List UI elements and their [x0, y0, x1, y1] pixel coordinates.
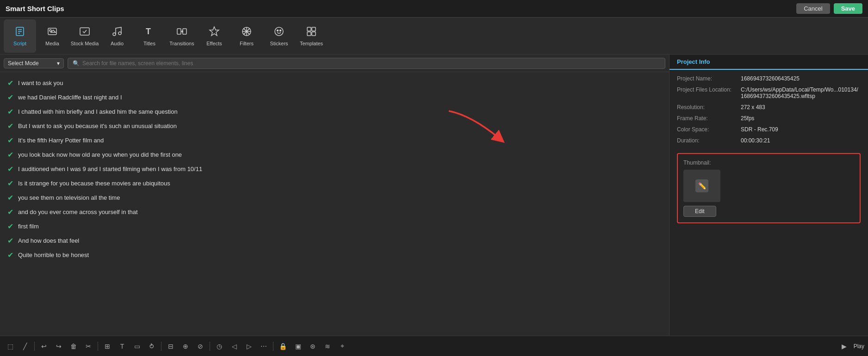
prev-btn[interactable]: ◁	[228, 341, 241, 352]
chevron-down-icon: ▾	[57, 60, 60, 67]
script-item-text: and do you ever come across yourself in …	[18, 209, 138, 215]
top-bar: Smart Short Clips Cancel Save	[0, 0, 868, 18]
search-bar: 🔍	[68, 58, 665, 69]
edit-thumbnail-button[interactable]: Edit	[683, 206, 716, 217]
script-item[interactable]: ✔ It's the fifth Harry Potter film and	[0, 133, 669, 147]
right-panel: Project Info Project Name: 1686943732606…	[669, 55, 868, 336]
effects-icon	[209, 26, 220, 39]
info-value-3: 25fps	[741, 115, 754, 122]
main-panel: Select Mode ▾ 🔍 ✔ I want to ask you ✔ we…	[0, 55, 669, 336]
script-item[interactable]: ✔ Is it strange for you because these mo…	[0, 176, 669, 190]
toolbar-label-transitions: Transitions	[169, 41, 194, 46]
toolbar-item-effects[interactable]: Effects	[198, 19, 230, 53]
cancel-button[interactable]: Cancel	[796, 3, 830, 14]
script-item[interactable]: ✔ we had Daniel Radcliffe last night and…	[0, 90, 669, 104]
svg-rect-10	[177, 29, 181, 34]
info-value-0: 16869437326064354​25	[741, 75, 800, 82]
script-item[interactable]: ✔ you see them on television all the tim…	[0, 190, 669, 205]
script-item[interactable]: ✔ I chatted with him briefly and I asked…	[0, 104, 669, 119]
project-info-row-0: Project Name: 16869437326064354​25	[677, 75, 861, 82]
audio-button[interactable]: ≋	[321, 341, 334, 352]
info-label-4: Color Space:	[677, 126, 737, 133]
rotate-button[interactable]: ⥁	[145, 341, 158, 352]
script-item[interactable]: ✔ And how does that feel	[0, 233, 669, 248]
toolbar-label-script: Script	[13, 41, 26, 46]
fit-button[interactable]: ⊘	[194, 341, 207, 352]
cut-button[interactable]: ✂	[82, 341, 95, 352]
bottom-btn-2[interactable]: ╱	[19, 341, 31, 352]
next-btn[interactable]: ▷	[242, 341, 255, 352]
zoom-out-button[interactable]: ⊟	[164, 341, 177, 352]
toolbar-item-audio[interactable]: Audio	[101, 19, 133, 53]
play-button[interactable]: ▶	[838, 341, 851, 352]
toolbar-item-stickers[interactable]: Stickers	[263, 19, 295, 53]
project-info-row-5: Duration: 00:00:30:21	[677, 137, 861, 144]
save-button[interactable]: Save	[834, 3, 862, 14]
titles-icon: T	[144, 26, 155, 39]
mode-select-dropdown[interactable]: Select Mode ▾	[4, 58, 64, 68]
search-input[interactable]	[82, 60, 660, 67]
script-item[interactable]: ✔ first film	[0, 219, 669, 233]
toolbar-item-titles[interactable]: T Titles	[133, 19, 166, 53]
bottom-btn-1[interactable]: ⬚	[4, 341, 17, 352]
toolbar-label-titles: Titles	[143, 41, 155, 46]
script-icon	[14, 26, 25, 39]
edit-pencil-icon: ✏️	[695, 179, 708, 192]
script-item[interactable]: ✔ I want to ask you	[0, 76, 669, 90]
play-area: ▶ Play	[838, 341, 864, 352]
check-icon: ✔	[7, 136, 13, 145]
svg-rect-20	[312, 32, 316, 36]
undo-button[interactable]: ↩	[37, 341, 50, 352]
script-item-text: But I want to ask you because it's such …	[18, 123, 177, 129]
timeline-btn[interactable]: ◷	[213, 341, 226, 352]
text-button[interactable]: T	[116, 341, 129, 352]
redo-button[interactable]: ↪	[52, 341, 65, 352]
script-item-text: first film	[18, 223, 39, 230]
app-title: Smart Short Clips	[6, 5, 64, 12]
project-info-row-1: Project Files Location: C:/Users/ws/AppD…	[677, 86, 861, 99]
toolbar-item-stock-media[interactable]: Stock Media	[68, 19, 101, 53]
toolbar-label-templates: Templates	[300, 41, 323, 46]
script-item-text: I want to ask you	[18, 80, 63, 86]
info-value-1: C:/Users/ws/AppData/Local/Temp/Wo...0101…	[741, 86, 861, 99]
script-item[interactable]: ✔ you look back now how old are you when…	[0, 147, 669, 162]
media-icon	[47, 26, 58, 39]
svg-rect-19	[307, 32, 311, 36]
svg-text:T: T	[146, 27, 151, 36]
grid-button[interactable]: ▣	[291, 341, 304, 352]
script-item[interactable]: ✔ But I want to ask you because it's suc…	[0, 119, 669, 133]
snap-button[interactable]: ⊛	[306, 341, 319, 352]
toolbar-item-templates[interactable]: Templates	[295, 19, 328, 53]
toolbar-item-script[interactable]: Script	[4, 19, 36, 53]
info-value-5: 00:00:30:21	[741, 137, 770, 144]
toolbar-item-filters[interactable]: Filters	[230, 19, 263, 53]
separator-3	[161, 342, 161, 351]
toolbar-item-media[interactable]: Media	[36, 19, 68, 53]
svg-rect-11	[183, 29, 186, 34]
toolbar-label-filters: Filters	[240, 41, 254, 46]
delete-button[interactable]: 🗑	[67, 341, 80, 352]
split-button[interactable]: ⊞	[101, 341, 114, 352]
toolbar-item-transitions[interactable]: Transitions	[166, 19, 198, 53]
project-info-tab[interactable]: Project Info	[670, 55, 868, 70]
stock-media-icon	[79, 26, 90, 39]
lock-button[interactable]: 🔒	[276, 341, 290, 352]
more-btn[interactable]: ⋯	[257, 341, 270, 352]
transitions-icon	[176, 26, 187, 39]
project-info-row-4: Color Space: SDR - Rec.709	[677, 126, 861, 133]
crop-button[interactable]: ⌖	[336, 340, 349, 352]
zoom-in-button[interactable]: ⊕	[179, 341, 192, 352]
svg-point-15	[277, 30, 279, 31]
check-icon: ✔	[7, 193, 13, 202]
mode-bar: Select Mode ▾ 🔍	[0, 55, 669, 72]
separator-4	[210, 342, 210, 351]
info-label-1: Project Files Location:	[677, 86, 737, 99]
toolbar-label-stock-media: Stock Media	[71, 41, 99, 46]
shape-button[interactable]: ▭	[130, 341, 143, 352]
script-item[interactable]: ✔ Quite horrible to be honest	[0, 248, 669, 262]
info-value-2: 272 x 483	[741, 104, 765, 110]
svg-point-7	[113, 33, 116, 36]
script-item[interactable]: ✔ I auditioned when I was 9 and I starte…	[0, 162, 669, 176]
svg-rect-6	[80, 28, 89, 35]
script-item[interactable]: ✔ and do you ever come across yourself i…	[0, 205, 669, 219]
